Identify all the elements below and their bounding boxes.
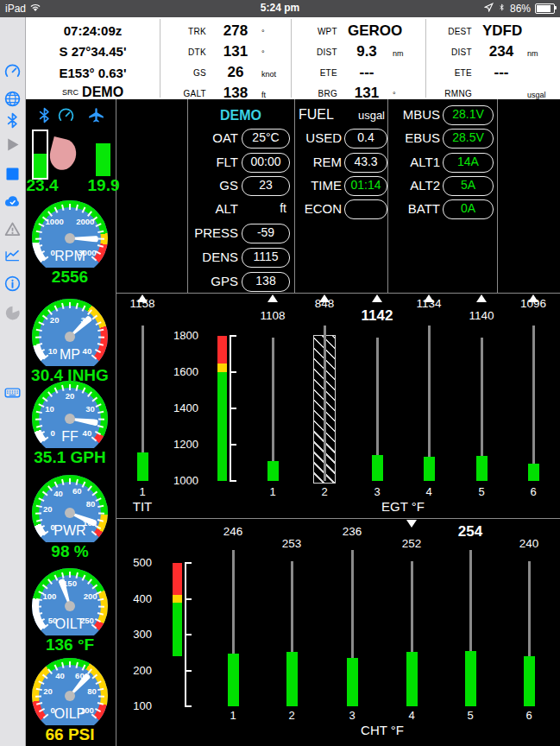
nav-header-label: WPT [293,22,337,41]
ref-bracket-tick [185,705,192,707]
nav-row-value: 234 [477,43,525,62]
gauge-icon[interactable] [57,106,75,124]
scale-label: 1600 [159,365,198,378]
gauge-hub [65,233,75,243]
air-unit-alt: ft [242,201,286,215]
bar-value-label: 1096 [506,297,560,310]
mode-indicator: DEMO [187,108,294,123]
gauge-value-oilt: 136 °F [22,635,118,654]
elec-value-alt2: 5A [443,176,494,196]
fuel-label-rem: REM [294,155,342,169]
bar-number-label: 6 [516,709,542,722]
scale-label: 400 [112,592,152,605]
gps-latitude: S 27°34.45' [26,44,160,59]
scale-label: 200 [112,664,152,677]
peak-marker-down [406,520,417,528]
ref-bracket-tick [185,634,192,635]
nav-header-dest: DESTYDFD [427,22,551,41]
gauge-tick [98,606,104,608]
divider [425,19,426,98]
elec-label-mbus: MBUS [390,107,440,122]
globe-icon[interactable] [3,90,22,108]
bar-value-label: 254 [443,523,498,541]
gauge-name: OILP [27,706,113,722]
gauge-tick [69,478,71,484]
pie-icon[interactable] [3,304,22,322]
air-label-press: PRESS [160,225,238,240]
gauge-tick [98,337,104,338]
gauge-value-ff: 35.1 GPH [22,448,118,467]
air-label-gps: GPS [160,274,238,288]
chart-icon[interactable] [3,246,22,264]
gauge-ff: 010203040FF [27,381,113,448]
bar-value-block [228,654,239,706]
location-arrow-icon [484,3,494,15]
nav-waypoint-column: WPTGEROODIST9.3nmETE---BRG131° [293,17,425,99]
bluetooth-icon[interactable] [35,106,53,124]
airplane-icon[interactable] [87,106,105,124]
ref-bracket-tick [230,371,236,373]
nav-row-dtk: DTK131° [161,43,265,62]
keyboard-icon[interactable] [3,383,22,401]
gauge-rpm: 0100020003000RPM [27,200,113,268]
fuel-tank-right-fill [96,143,110,176]
axis-label: EGT °F [364,499,442,514]
status-clock: 5:24 pm [0,2,560,14]
scale-label: 1800 [159,329,198,342]
bar-number-label: 4 [399,709,425,722]
bar-value-label: 252 [384,537,439,550]
gauge-tick [69,572,71,578]
nav-row-dist: DIST234nm [427,43,538,62]
fuel-label-time: TIME [294,178,342,193]
gauge-tick [35,238,41,240]
axis-label: CHT °F [343,723,421,737]
nav-row-label: ETE [293,64,337,83]
air-value-flt: 00:00 [242,153,290,173]
elec-label-ebus: EBUS [390,130,440,145]
bar-number-label: 1 [220,709,246,722]
gauge-tick [69,384,71,390]
nav-row-unit: ° [261,43,265,62]
play-icon[interactable] [3,136,22,154]
gauge-icon[interactable] [3,62,22,80]
bar-number-label: 3 [339,709,365,722]
gauge-tick [35,419,41,420]
nav-row-value: --- [343,64,391,83]
nav-row-label: DIST [293,43,337,62]
gauge-tick-label: 20 [36,504,59,514]
gauge-tick-label: 30 [79,404,102,414]
nav-header-value: YDFD [477,22,551,41]
info-icon[interactable] [3,275,22,293]
nav-destination-column: DESTYDFDDIST234nmETE---RMNGusgal [427,17,560,99]
divider [294,99,295,293]
bar-value-block [524,656,535,706]
divider [387,99,388,293]
battery-icon [535,3,555,14]
bluetooth-icon[interactable] [3,111,22,130]
gauge-tick [98,419,104,420]
nav-row-label: GS [161,64,206,83]
ref-bar-segment [217,372,227,481]
nav-row-unit: ° [261,22,265,41]
ref-bracket-tick [185,598,192,600]
bar-line [532,326,535,464]
bluetooth-icon [498,2,506,16]
elec-value-mbus: 28.1V [443,105,494,125]
gauge-tick-label: 20 [43,315,66,325]
gauge-tick-label: 20 [37,686,60,696]
gauge-tick [35,337,41,338]
bar-number-label: 4 [416,485,442,498]
ref-bracket-tick [185,670,192,672]
gauge-hub [65,332,75,342]
bar-value-block [347,658,358,706]
gauge-hub [65,601,75,611]
ref-bar-segment [217,364,227,373]
cloud-sync-icon[interactable] [3,193,22,211]
nav-header-value: GEROO [343,22,417,41]
air-label-flt: FLT [160,155,238,169]
peak-marker-up [267,294,278,302]
bar-number-label: 1 [260,485,286,498]
warning-icon[interactable] [3,220,22,238]
gauge-tick-label: 200 [79,591,102,601]
gauge-name: RPM [27,249,113,264]
